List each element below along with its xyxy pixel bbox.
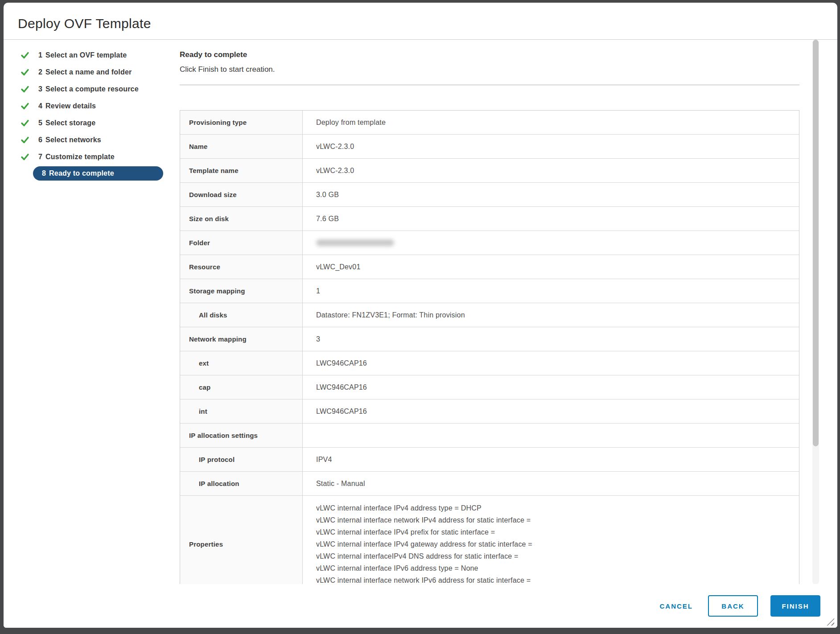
row-value-cell: IPV4 [303, 448, 799, 471]
row-label-cell: Properties [180, 496, 303, 584]
table-row: Template namevLWC-2.3.0 [180, 159, 799, 183]
deploy-ovf-dialog: Deploy OVF Template 1Select an OVF templ… [4, 3, 837, 628]
step-text: Select a compute resource [45, 85, 139, 93]
row-label: cap [199, 383, 210, 391]
step-number: 7 [38, 153, 42, 161]
dialog-body: 1Select an OVF template2Select a name an… [4, 40, 837, 584]
table-row: Download size3.0 GB [180, 183, 799, 207]
row-label: ext [199, 359, 209, 367]
row-label: Template name [189, 167, 239, 174]
row-value-cell: Deploy from template [303, 111, 799, 134]
table-row: capLWC946CAP16 [180, 375, 799, 399]
step-label: 3Select a compute resource [38, 85, 139, 93]
row-label-cell: int [180, 399, 303, 423]
step-text: Select an OVF template [45, 51, 127, 59]
check-icon [21, 68, 29, 77]
row-value: 3 [316, 335, 320, 343]
table-row: PropertiesvLWC internal interface IPv4 a… [180, 496, 799, 584]
row-label-cell: IP allocation settings [180, 424, 303, 447]
row-value: Datastore: FN1ZV3E1; Format: Thin provis… [316, 311, 465, 319]
row-label-cell: Folder [180, 231, 303, 255]
table-row: NamevLWC-2.3.0 [180, 135, 799, 159]
property-line: vLWC internal interface network IPv4 add… [316, 514, 795, 526]
row-value: vLWC_Dev01 [316, 263, 361, 271]
row-value-cell: Static - Manual [303, 472, 799, 495]
wizard-step-8[interactable]: 8Ready to complete [21, 165, 176, 181]
dialog-footer: CANCEL BACK FINISH [4, 584, 837, 628]
cancel-button[interactable]: CANCEL [657, 602, 696, 610]
wizard-step-7[interactable]: 7Customize template [21, 148, 176, 165]
row-label: IP protocol [199, 456, 235, 463]
row-label-cell: Name [180, 135, 303, 158]
row-value-cell: LWC946CAP16 [303, 375, 799, 399]
row-value-cell: vLWC_Dev01 [303, 255, 799, 279]
back-button[interactable]: BACK [708, 595, 758, 617]
table-row: IP allocationStatic - Manual [180, 472, 799, 496]
wizard-step-5[interactable]: 5Select storage [21, 115, 176, 132]
row-label: IP allocation [199, 480, 239, 487]
step-number: 5 [38, 119, 42, 127]
active-step-pill[interactable]: 8Ready to complete [33, 166, 163, 181]
row-value: vLWC-2.3.0 [316, 167, 354, 175]
check-icon [21, 152, 29, 161]
property-line: vLWC internal interface IPv4 gateway add… [316, 538, 795, 550]
row-value: IPV4 [316, 456, 332, 464]
row-label-cell: IP allocation [180, 472, 303, 495]
step-label: 1Select an OVF template [38, 51, 127, 59]
content-divider [180, 85, 799, 85]
step-label: 5Select storage [38, 119, 95, 127]
check-icon [21, 102, 29, 111]
row-label: Folder [189, 239, 210, 247]
step-text: Select networks [45, 136, 101, 144]
wizard-step-1[interactable]: 1Select an OVF template [21, 47, 176, 64]
check-icon [21, 85, 29, 94]
row-label: All disks [199, 311, 227, 319]
step-label: 7Customize template [38, 153, 115, 161]
check-icon [21, 51, 29, 60]
row-label-cell: Template name [180, 159, 303, 182]
wizard-step-list: 1Select an OVF template2Select a name an… [4, 40, 176, 584]
step-label: 4Review details [38, 102, 96, 110]
row-value-cell: LWC946CAP16 [303, 399, 799, 423]
row-value-cell: 3 [303, 327, 799, 351]
row-label-cell: Download size [180, 183, 303, 206]
row-value-cell: 3.0 GB [303, 183, 799, 206]
step-number: 1 [38, 51, 42, 59]
step-number: 6 [38, 136, 42, 144]
row-label-cell: Network mapping [180, 327, 303, 351]
wizard-step-3[interactable]: 3Select a compute resource [21, 81, 176, 98]
vertical-scrollbar[interactable] [812, 40, 819, 584]
table-row: Storage mapping1 [180, 279, 799, 303]
step-text: Select a name and folder [45, 68, 132, 76]
table-row: Provisioning typeDeploy from template [180, 111, 799, 135]
page-title: Ready to complete [180, 50, 799, 59]
row-value-cell [303, 424, 799, 447]
step-number: 2 [38, 68, 42, 76]
row-label: int [199, 408, 207, 415]
finish-button[interactable]: FINISH [770, 595, 820, 617]
row-value-cell: vLWC-2.3.0 [303, 135, 799, 158]
row-label-cell: ext [180, 351, 303, 375]
wizard-step-2[interactable]: 2Select a name and folder [21, 64, 176, 81]
check-icon [21, 136, 29, 144]
table-row: Size on disk7.6 GB [180, 207, 799, 231]
wizard-step-4[interactable]: 4Review details [21, 98, 176, 115]
scrollbar-thumb[interactable] [813, 40, 819, 446]
row-label: Size on disk [189, 215, 229, 222]
property-line: vLWC internal interfaceIPv4 DNS address … [316, 550, 795, 562]
step-label: 8Ready to complete [42, 169, 114, 177]
table-row: Network mapping3 [180, 327, 799, 351]
step-text: Select storage [45, 119, 95, 127]
row-value-cell: 7.6 GB [303, 207, 799, 231]
wizard-step-6[interactable]: 6Select networks [21, 132, 176, 148]
property-line: vLWC internal interface IPv4 address typ… [316, 502, 795, 514]
row-value: LWC946CAP16 [316, 408, 367, 416]
table-row: IP allocation settings [180, 424, 799, 448]
row-value: 3.0 GB [316, 191, 339, 199]
step-number: 4 [38, 102, 42, 110]
row-label-cell: Size on disk [180, 207, 303, 231]
summary-table: Provisioning typeDeploy from templateNam… [180, 110, 799, 584]
step-text: Ready to complete [49, 169, 114, 177]
row-value-cell: vLWC-2.3.0 [303, 159, 799, 182]
redacted-value [316, 239, 394, 246]
